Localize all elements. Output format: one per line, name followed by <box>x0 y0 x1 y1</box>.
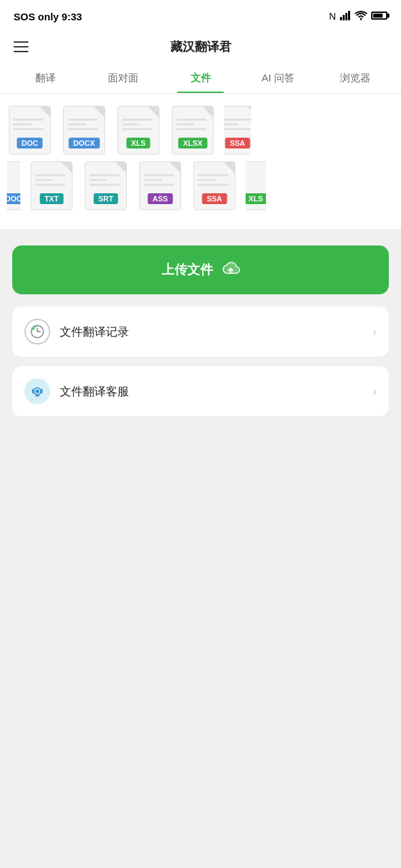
cloud-upload-icon <box>221 260 240 279</box>
file-badge-srt: SRT <box>94 193 118 204</box>
tab-translate[interactable]: 翻译 <box>7 64 84 93</box>
tab-files[interactable]: 文件 <box>161 64 239 93</box>
history-arrow: › <box>373 325 377 339</box>
tab-face-to-face[interactable]: 面对面 <box>84 64 161 93</box>
file-icons-section: DOC DOCX <box>0 94 401 229</box>
wifi-icon <box>355 11 367 22</box>
file-type-xls-2[interactable]: XLS <box>246 161 266 210</box>
svg-rect-3 <box>348 11 350 20</box>
battery-indicator <box>371 11 387 22</box>
file-icons-row-1: DOC DOCX <box>7 106 394 155</box>
file-type-ssa-1[interactable]: SSA <box>224 106 251 155</box>
tab-ai-qa[interactable]: AI 问答 <box>240 64 317 93</box>
history-list-item[interactable]: 文件翻译记录 › <box>12 307 389 357</box>
file-type-ssa-2[interactable]: SSA <box>191 161 237 210</box>
header: 藏汉翻译君 <box>0 30 401 64</box>
file-type-txt[interactable]: TXT <box>28 161 75 210</box>
svg-rect-0 <box>340 17 342 20</box>
support-label: 文件翻译客服 <box>60 384 373 399</box>
file-type-doc[interactable]: DOC <box>7 106 53 155</box>
menu-button[interactable] <box>14 41 28 52</box>
file-type-ass[interactable]: ASS <box>137 161 183 210</box>
upload-file-button[interactable]: 上传文件 <box>12 245 389 294</box>
file-badge-docx: DOCX <box>69 138 100 149</box>
file-badge-xls: XLS <box>126 138 150 149</box>
file-badge-ssa: SSA <box>225 138 250 149</box>
history-icon <box>24 319 50 344</box>
menu-line-2 <box>14 46 28 47</box>
signal-icon <box>340 11 351 22</box>
history-label: 文件翻译记录 <box>60 324 373 340</box>
support-arrow: › <box>373 384 377 399</box>
file-type-srt[interactable]: SRT <box>83 161 129 210</box>
tab-browser[interactable]: 浏览器 <box>317 64 394 93</box>
file-badge-doc: DOC <box>17 138 43 149</box>
file-icons-row-2: DOC TXT <box>7 161 394 210</box>
file-type-docx[interactable]: DOCX <box>61 106 107 155</box>
file-badge-txt: TXT <box>40 193 64 204</box>
status-bar: SOS only 9:33 N <box>0 0 401 30</box>
app-title: 藏汉翻译君 <box>170 39 231 55</box>
main-content: 上传文件 文件翻译记录 › <box>0 229 401 704</box>
file-badge-xls-2: XLS <box>246 193 266 204</box>
file-type-xlsx[interactable]: XLSX <box>170 106 216 155</box>
status-time: SOS only 9:33 <box>14 11 82 22</box>
file-badge-doc-2: DOC <box>7 193 20 204</box>
svg-point-7 <box>36 390 39 393</box>
file-badge-ass: ASS <box>148 193 173 204</box>
menu-line-3 <box>14 51 28 52</box>
tab-bar: 翻译 面对面 文件 AI 问答 浏览器 <box>0 64 401 94</box>
nfc-icon: N <box>329 11 336 22</box>
support-icon <box>24 378 50 404</box>
support-list-item[interactable]: 文件翻译客服 › <box>12 366 389 416</box>
svg-rect-2 <box>345 13 347 20</box>
upload-button-label: 上传文件 <box>161 261 213 279</box>
status-icons: N <box>329 11 387 22</box>
file-type-xls[interactable]: XLS <box>115 106 161 155</box>
file-badge-xlsx: XLSX <box>178 138 208 149</box>
svg-rect-1 <box>343 15 345 20</box>
menu-line-1 <box>14 41 28 43</box>
file-type-doc-2[interactable]: DOC <box>7 161 20 210</box>
file-badge-ssa-2: SSA <box>202 193 227 204</box>
